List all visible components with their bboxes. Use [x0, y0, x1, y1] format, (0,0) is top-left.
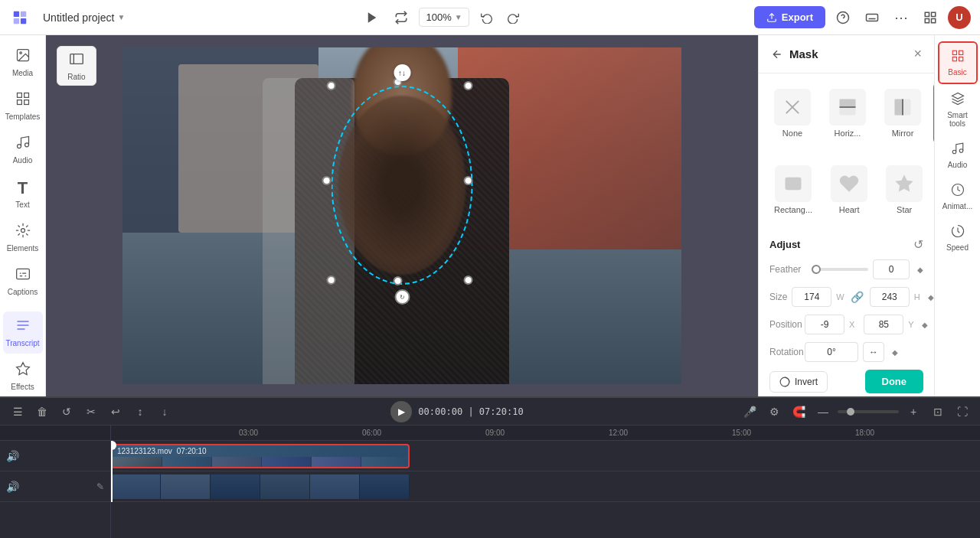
timeline-tracks[interactable]: 03:00 06:00 09:00 12:00 15:00 18:00: [111, 426, 980, 538]
track1-vol-icon[interactable]: 🔊: [6, 450, 19, 462]
size-h-input[interactable]: [870, 287, 910, 307]
rotation-keyframe-icon[interactable]: ◆: [892, 348, 898, 357]
keyboard-shortcuts-btn[interactable]: [861, 6, 884, 29]
clip1-name: 123123123.mov: [117, 447, 172, 455]
svg-rect-22: [16, 269, 29, 279]
rotation-label: Rotation: [769, 347, 800, 357]
svg-rect-33: [840, 99, 856, 108]
sidebar-item-captions[interactable]: Captions: [3, 260, 43, 302]
app-logo[interactable]: [9, 7, 31, 28]
tl-menu-btn[interactable]: ☰: [8, 402, 28, 422]
tl-scale-btn[interactable]: ↕: [130, 402, 150, 422]
mask-handle-ml[interactable]: [322, 176, 332, 185]
mask-option-none[interactable]: None: [768, 83, 817, 144]
help-btn[interactable]: [831, 6, 854, 29]
position-y-input[interactable]: [864, 315, 903, 334]
tl-export-btn[interactable]: ↓: [155, 402, 175, 422]
feather-keyframe-icon[interactable]: ◆: [917, 266, 923, 274]
export-label: Export: [782, 11, 813, 23]
tl-zoom-in-btn[interactable]: +: [903, 402, 923, 422]
ratio-btn[interactable]: Ratio: [57, 46, 96, 86]
feather-thumb[interactable]: [812, 265, 821, 274]
sidebar-item-audio[interactable]: Audio: [3, 129, 43, 171]
tl-fit-btn[interactable]: ⊡: [928, 402, 948, 422]
tool-animate[interactable]: Animat...: [938, 177, 978, 217]
tl-delete-btn[interactable]: 🗑: [32, 402, 52, 422]
user-avatar[interactable]: U: [948, 6, 971, 29]
playhead[interactable]: [111, 441, 113, 502]
feather-input[interactable]: [873, 259, 910, 279]
undo-btn[interactable]: [475, 6, 498, 29]
size-keyframe-icon[interactable]: ◆: [928, 293, 934, 302]
position-x-input[interactable]: [805, 315, 844, 334]
tl-split-btn[interactable]: ✂: [81, 402, 101, 422]
tool-smart[interactable]: Smart tools: [938, 86, 978, 134]
track2-vol-icon[interactable]: 🔊: [6, 481, 19, 493]
redo-btn[interactable]: [501, 6, 524, 29]
adjust-reset-btn[interactable]: ↺: [913, 237, 923, 252]
more-options-btn[interactable]: ⋯: [890, 6, 913, 29]
mask-handle-bc[interactable]: [393, 276, 402, 285]
sidebar-item-text[interactable]: T Text: [3, 172, 43, 215]
size-w-input[interactable]: [792, 287, 831, 307]
mask-option-rectangle[interactable]: Rectang...: [768, 159, 818, 220]
mask-handle-tl[interactable]: [327, 81, 336, 90]
svg-rect-28: [70, 54, 83, 64]
tl-fullscreen-btn[interactable]: ⛶: [952, 402, 972, 422]
tool-audio[interactable]: Audio: [938, 135, 978, 175]
mask-handle-br[interactable]: [464, 276, 473, 285]
size-label: Size: [769, 292, 787, 302]
tl-mic-btn[interactable]: 🎤: [740, 402, 760, 422]
topbar-right: Export ⋯ U: [754, 6, 971, 29]
mask-option-heart[interactable]: Heart: [825, 159, 874, 220]
preview-play-btn[interactable]: [361, 6, 384, 29]
mask-handle-tr[interactable]: [464, 81, 473, 90]
svg-rect-11: [932, 18, 936, 22]
mask-option-star[interactable]: Star: [880, 159, 929, 220]
position-label: Position: [769, 319, 800, 330]
mask-panel-close-btn[interactable]: ×: [913, 46, 922, 62]
sidebar-item-effects[interactable]: Effects: [3, 355, 43, 396]
mask-handle-mr[interactable]: [464, 176, 473, 185]
mask-handle-container[interactable]: ↑↓ ↻: [332, 86, 473, 285]
tl-flip-btn[interactable]: ↩: [106, 402, 126, 422]
rotation-input[interactable]: [805, 342, 858, 362]
mask-option-mirror[interactable]: Mirror: [878, 83, 927, 144]
track-clip-2[interactable]: [111, 474, 410, 499]
invert-btn[interactable]: Invert: [769, 371, 828, 393]
layout-btn[interactable]: [919, 6, 942, 29]
tl-magnet-btn[interactable]: 🧲: [789, 402, 808, 422]
track2-edit-icon[interactable]: ✎: [96, 481, 104, 492]
svg-rect-46: [952, 57, 956, 61]
feather-slider[interactable]: [812, 268, 868, 271]
sidebar-item-media[interactable]: Media: [3, 41, 43, 83]
tl-zoom-slider[interactable]: [838, 410, 899, 413]
zoom-selector[interactable]: 100% ▼: [419, 8, 469, 27]
speed-label: Speed: [946, 243, 969, 252]
sidebar-item-templates[interactable]: Templates: [3, 85, 43, 127]
mask-panel: Mask × None Horiz...: [758, 35, 934, 396]
tool-speed[interactable]: Speed: [938, 218, 978, 258]
mask-handle-bl[interactable]: [327, 276, 336, 285]
project-name-btn[interactable]: Untitled project ▼: [37, 8, 131, 27]
done-btn[interactable]: Done: [865, 370, 924, 393]
preview-loop-btn[interactable]: [390, 6, 413, 29]
mask-collapse-arrow[interactable]: ↑↓: [394, 64, 410, 81]
tl-zoom-out-btn[interactable]: —: [813, 402, 833, 422]
size-link-icon[interactable]: 🔗: [851, 291, 864, 303]
tool-basic[interactable]: Basic: [938, 41, 978, 84]
rotation-flip-btn[interactable]: ↔: [863, 342, 884, 362]
sidebar-item-elements[interactable]: Elements: [3, 217, 43, 259]
tl-sync-btn[interactable]: ⚙: [764, 402, 784, 422]
mask-option-horizontal[interactable]: Horiz...: [823, 83, 872, 144]
svg-rect-44: [959, 51, 962, 54]
timeline-play-btn[interactable]: ▶: [390, 401, 412, 422]
adjust-section: Adjust ↺ Feather ◆ Size W 🔗: [759, 230, 934, 396]
mask-rotate-handle[interactable]: ↻: [394, 289, 410, 305]
position-keyframe-icon[interactable]: ◆: [922, 321, 928, 329]
export-btn[interactable]: Export: [754, 6, 825, 28]
sidebar-item-transcript[interactable]: Transcript: [3, 311, 43, 354]
track-clip-1[interactable]: 123123123.mov 07:20:10: [111, 444, 410, 468]
captions-icon: [15, 266, 31, 285]
tl-undo-btn[interactable]: ↺: [57, 402, 77, 422]
